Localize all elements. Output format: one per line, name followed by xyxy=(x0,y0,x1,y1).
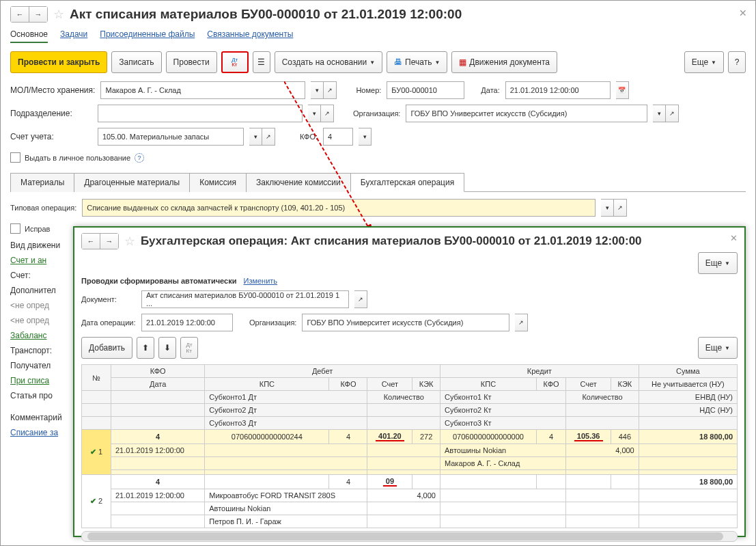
back-button[interactable]: ← xyxy=(11,7,29,22)
tab-precious[interactable]: Драгоценные материалы xyxy=(74,173,190,192)
open-icon[interactable]: ↗ xyxy=(321,105,334,122)
post-button[interactable]: Провести xyxy=(166,51,217,73)
save-button[interactable]: Записать xyxy=(111,51,161,73)
pri-link[interactable]: При списа xyxy=(10,376,49,385)
tab-conclusion[interactable]: Заключение комиссии xyxy=(246,173,351,192)
open-icon[interactable]: ↗ xyxy=(666,105,679,122)
num-label: Номер: xyxy=(356,86,381,94)
kfo-input[interactable]: 4 xyxy=(323,128,353,146)
date-label: Дата: xyxy=(481,86,499,94)
more-button[interactable]: Еще ▼ xyxy=(698,252,738,274)
dropdown-icon[interactable]: ▾ xyxy=(249,128,262,146)
suborg-label: Организация: xyxy=(249,318,296,327)
open-icon[interactable]: ↗ xyxy=(354,290,367,308)
main-window: ← → ☆ Акт списания материалов БУ00-00001… xyxy=(0,0,756,546)
dtkt-button[interactable]: ДтКт xyxy=(221,51,249,73)
entries-table[interactable]: № КФО Дебет Кредит Сумма Дата КПСКФОСчет… xyxy=(81,364,738,528)
tab-main[interactable]: Основное xyxy=(10,29,48,43)
org-input[interactable]: ГОБУ ВПО Университет искусств (Субсидия) xyxy=(406,105,647,122)
date-input[interactable]: 21.01.2019 12:00:00 xyxy=(505,81,611,99)
zabalan-link[interactable]: Забаланс xyxy=(10,331,47,340)
close-icon[interactable]: ✕ xyxy=(730,233,738,243)
report-button[interactable]: ☰ xyxy=(253,51,270,73)
mol-input[interactable]: Макаров А. Г. - Склад xyxy=(100,81,305,99)
forward-button[interactable]: → xyxy=(100,234,118,249)
toolbar: Провести и закрыть Записать Провести ДтК… xyxy=(1,46,755,79)
moves-button[interactable]: ▦ Движения документа xyxy=(451,51,557,73)
tab-tasks[interactable]: Задачи xyxy=(60,29,87,43)
corr-label: Исправ xyxy=(25,225,50,233)
down-button[interactable]: ⬇ xyxy=(158,337,176,359)
dept-label: Подразделение: xyxy=(10,109,92,118)
star-icon[interactable]: ☆ xyxy=(124,234,135,249)
dropdown-icon[interactable]: ▾ xyxy=(359,128,372,146)
personal-label: Выдать в личное пользование xyxy=(25,154,130,162)
kfo-label: КФО: xyxy=(300,133,318,141)
spis-link[interactable]: Списание за xyxy=(10,428,58,437)
auto-label: Проводки сформированы автоматически xyxy=(81,277,236,285)
corr-checkbox[interactable] xyxy=(10,223,20,234)
horizontal-scrollbar[interactable] xyxy=(81,531,738,542)
up-button[interactable]: ⬆ xyxy=(137,337,154,359)
tab-files[interactable]: Присоединенные файлы xyxy=(100,29,195,43)
opdate-input[interactable]: 21.01.2019 12:00:00 xyxy=(141,314,233,331)
calendar-icon[interactable]: 📅 xyxy=(616,81,629,99)
nav-buttons: ← → xyxy=(10,6,48,23)
open-icon[interactable]: ↗ xyxy=(262,128,275,146)
star-icon[interactable]: ☆ xyxy=(53,7,64,22)
mol-label: МОЛ/Место хранения: xyxy=(10,85,95,95)
tab-accounting[interactable]: Бухгалтерская операция xyxy=(350,173,464,192)
close-icon[interactable]: ✕ xyxy=(739,8,747,18)
nav-tabs: Основное Задачи Присоединенные файлы Свя… xyxy=(1,27,755,46)
suborg-input[interactable]: ГОБУ ВПО Университет искусств (Субсидия) xyxy=(302,314,509,331)
typ-input[interactable]: Списание выданных со склада запчастей к … xyxy=(82,199,596,217)
open-icon[interactable]: ↗ xyxy=(324,81,337,99)
tab-materials[interactable]: Материалы xyxy=(10,173,74,192)
create-based-button[interactable]: Создать на основании ▼ xyxy=(275,51,382,73)
add-button[interactable]: Добавить xyxy=(81,337,132,359)
help-button[interactable]: ? xyxy=(728,51,746,73)
dropdown-icon[interactable]: ▾ xyxy=(653,105,666,122)
window-title: Акт списания материалов БУ00-000010 от 2… xyxy=(70,7,462,22)
dropdown-icon[interactable]: ▾ xyxy=(601,199,614,217)
info-icon[interactable]: ? xyxy=(135,153,144,163)
dtkt-small-button[interactable]: ДтКт xyxy=(180,337,198,359)
print-button[interactable]: 🖶 Печать ▼ xyxy=(387,51,447,73)
dropdown-icon[interactable]: ▾ xyxy=(311,81,324,99)
schet-an-link[interactable]: Счет и ан xyxy=(10,256,46,265)
typ-label: Типовая операция: xyxy=(10,204,76,212)
sub-tabs: Материалы Драгоценные материалы Комиссия… xyxy=(10,172,746,192)
acc-input[interactable]: 105.00. Материальные запасы xyxy=(98,128,244,146)
open-icon[interactable]: ↗ xyxy=(515,314,528,331)
back-button[interactable]: ← xyxy=(82,234,100,249)
doc-label: Документ: xyxy=(81,295,136,303)
num-input[interactable]: БУ00-000010 xyxy=(387,81,464,99)
tab-commission[interactable]: Комиссия xyxy=(189,173,247,192)
change-link[interactable]: Изменить xyxy=(243,277,277,285)
more-button[interactable]: Еще ▼ xyxy=(684,51,724,73)
forward-button[interactable]: → xyxy=(29,7,47,22)
personal-checkbox[interactable] xyxy=(10,152,20,163)
acc-label: Счет учета: xyxy=(10,132,92,141)
org-label: Организация: xyxy=(353,109,400,118)
dropdown-icon[interactable]: ▾ xyxy=(308,105,321,122)
sub-title: Бухгалтерская операция: Акт списания мат… xyxy=(141,234,642,248)
open-icon[interactable]: ↗ xyxy=(614,199,627,217)
opdate-label: Дата операции: xyxy=(81,318,136,327)
post-close-button[interactable]: Провести и закрыть xyxy=(10,51,107,73)
more-button[interactable]: Еще ▼ xyxy=(698,337,738,359)
dept-input[interactable] xyxy=(98,105,303,122)
tab-related[interactable]: Связанные документы xyxy=(207,29,293,43)
nav-buttons: ← → xyxy=(81,233,119,249)
doc-input[interactable]: Акт списания материалов БУ00-000010 от 2… xyxy=(141,290,349,308)
accounting-operation-window: ✕ ← → ☆ Бухгалтерская операция: Акт спис… xyxy=(73,226,746,537)
